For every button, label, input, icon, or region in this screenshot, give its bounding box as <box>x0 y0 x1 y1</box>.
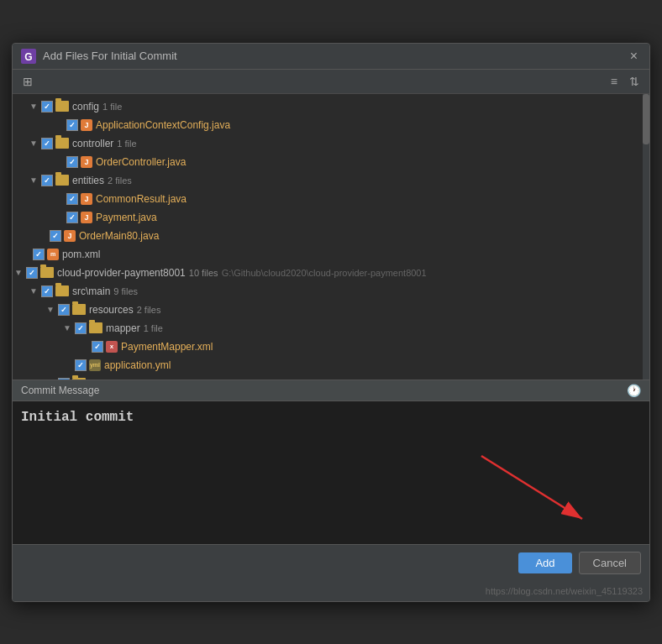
dialog-title: Add Files For Initial Commit <box>43 50 620 62</box>
title-bar: G Add Files For Initial Commit × <box>13 44 649 70</box>
item-label: entities <box>72 175 104 186</box>
yml-icon: yml <box>89 359 101 371</box>
tree-item[interactable]: ▼ resources 2 files <box>13 301 649 319</box>
item-label: application.yml <box>104 359 171 371</box>
java-icon <box>81 212 92 223</box>
arrow-icon: ▼ <box>29 175 39 185</box>
filter-icon[interactable]: ≡ <box>607 73 621 90</box>
item-badge: 10 files <box>189 268 218 278</box>
folder-icon <box>72 378 86 380</box>
sort-icon[interactable]: ⇅ <box>626 73 643 90</box>
clock-icon: 🕐 <box>627 384 641 397</box>
item-badge: 1 file <box>117 139 136 149</box>
folder-icon <box>55 138 69 149</box>
arrow-icon: ▼ <box>46 305 56 314</box>
tree-item[interactable]: ▼ config 1 file <box>13 97 649 116</box>
tree-item[interactable]: ▼ entities 2 files <box>13 171 649 190</box>
item-badge: 1 file <box>144 323 163 333</box>
item-path: G:\Github\cloud2020\cloud-provider-payme… <box>222 268 427 278</box>
checkbox[interactable] <box>75 359 87 371</box>
item-label: ApplicationContextConfig.java <box>96 119 230 131</box>
close-button[interactable]: × <box>627 49 641 64</box>
checkbox[interactable] <box>50 230 61 242</box>
arrow-icon: ▼ <box>63 323 73 332</box>
tree-item[interactable]: OrderController.java <box>13 153 649 171</box>
item-label: mapper <box>106 322 140 334</box>
item-label: java\com\atguigu\springcloud <box>89 378 219 380</box>
checkbox[interactable] <box>41 101 53 113</box>
checkbox[interactable] <box>26 267 38 279</box>
checkbox[interactable] <box>41 175 53 186</box>
grid-icon[interactable]: ⊞ <box>19 73 36 90</box>
xml-icon: x <box>106 341 118 353</box>
item-badge: 9 files <box>113 286 138 296</box>
pom-icon: m <box>47 249 59 260</box>
commit-header: Commit Message 🕐 <box>13 380 649 401</box>
commit-section: Commit Message 🕐 Initial commit <box>13 380 649 544</box>
commit-header-text: Commit Message <box>21 385 99 396</box>
scrollbar-track <box>643 94 649 380</box>
arrow-icon: ▼ <box>14 268 24 277</box>
item-badge: 2 files <box>137 305 161 315</box>
tree-item[interactable]: ApplicationContextConfig.java <box>13 116 649 134</box>
tree-item[interactable]: ▼ cloud-provider-payment8001 10 files G:… <box>13 264 649 282</box>
checkbox[interactable] <box>66 212 78 223</box>
checkbox[interactable] <box>58 378 70 380</box>
item-label: PaymentMapper.xml <box>121 341 213 353</box>
arrow-icon: ▼ <box>29 286 39 296</box>
tree-item[interactable]: ▼ src\main 9 files <box>13 282 649 301</box>
tree-item[interactable]: m pom.xml <box>13 245 649 264</box>
app-icon: G <box>21 49 36 64</box>
commit-message-input[interactable]: Initial commit <box>13 401 649 544</box>
toolbar-left: ⊞ <box>19 73 36 90</box>
watermark-text: https://blog.csdn.net/weixin_45119323 <box>486 586 643 596</box>
java-icon <box>81 193 92 205</box>
file-tree: ▼ config 1 file ApplicationContextConfig… <box>13 94 649 380</box>
tree-item[interactable]: ▼ java\com\atguigu\springcloud 7 files <box>13 374 649 380</box>
tree-item[interactable]: ▼ controller 1 file <box>13 134 649 153</box>
folder-icon <box>89 322 102 333</box>
tree-item[interactable]: Payment.java <box>13 208 649 227</box>
item-label: pom.xml <box>62 249 100 260</box>
item-label: OrderController.java <box>96 156 186 168</box>
folder-icon <box>40 267 54 278</box>
tree-item[interactable]: yml application.yml <box>13 356 649 374</box>
java-icon <box>64 230 76 242</box>
checkbox[interactable] <box>75 322 87 334</box>
footer: Add Cancel <box>13 544 649 581</box>
tree-item[interactable]: OrderMain80.java <box>13 227 649 245</box>
item-label: CommonResult.java <box>96 193 187 205</box>
folder-icon <box>55 175 69 186</box>
cancel-button[interactable]: Cancel <box>579 552 641 574</box>
checkbox[interactable] <box>33 249 45 260</box>
checkbox[interactable] <box>41 285 53 297</box>
watermark: https://blog.csdn.net/weixin_45119323 <box>13 581 649 601</box>
item-label: src\main <box>72 285 110 297</box>
item-label: resources <box>89 304 134 316</box>
tree-item[interactable]: CommonResult.java <box>13 190 649 208</box>
add-button[interactable]: Add <box>518 552 571 573</box>
arrow-icon: ▼ <box>46 379 56 380</box>
checkbox[interactable] <box>92 341 103 353</box>
checkbox[interactable] <box>58 304 70 316</box>
item-label: controller <box>72 138 113 149</box>
item-label: config <box>72 101 99 113</box>
folder-icon <box>55 101 69 112</box>
scrollbar-thumb[interactable] <box>643 94 649 144</box>
toolbar-right: ≡ ⇅ <box>607 73 643 90</box>
item-badge: 7 files <box>223 379 247 380</box>
arrow-icon: ▼ <box>29 139 39 148</box>
checkbox[interactable] <box>41 138 53 149</box>
dialog: G Add Files For Initial Commit × ⊞ ≡ ⇅ ▼… <box>12 43 650 602</box>
checkbox[interactable] <box>66 193 78 205</box>
checkbox[interactable] <box>66 156 78 168</box>
tree-item[interactable]: ▼ mapper 1 file <box>13 319 649 338</box>
checkbox[interactable] <box>66 119 78 131</box>
tree-item[interactable]: x PaymentMapper.xml <box>13 338 649 356</box>
item-label: OrderMain80.java <box>79 230 159 242</box>
item-badge: 1 file <box>102 102 122 112</box>
arrow-icon: ▼ <box>29 102 39 111</box>
commit-textarea-wrapper: Initial commit <box>13 401 649 544</box>
folder-icon <box>72 304 86 315</box>
svg-text:G: G <box>24 51 32 63</box>
